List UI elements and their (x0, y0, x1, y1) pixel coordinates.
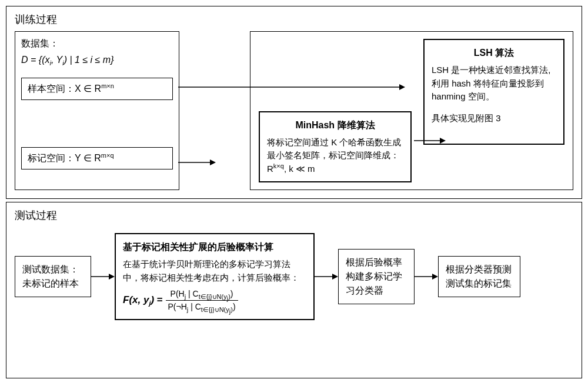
arrow-test1 (91, 272, 115, 281)
test-dataset-box: 测试数据集： 未标记的样本 (15, 256, 91, 297)
label-space-box: 标记空间：Y ∈ Rm×q (21, 147, 173, 169)
lsh-body1: LSH 是一种快速近邻查找算法,利用 hash 将特征向量投影到 hanming… (432, 64, 556, 104)
arrow-test3 (415, 272, 438, 281)
arrow-sample-to-lsh (178, 83, 405, 91)
posterior-box: 基于标记相关性扩展的后验概率计算 在基于统计学贝叶斯理论的多标记学习算法中，将标… (115, 233, 315, 320)
dataset-formula: D = {(xi, Yi) | 1 ≤ i ≤ m} (21, 53, 173, 67)
dataset-box: 数据集： D = {(xi, Yi) | 1 ≤ i ≤ m} 样本空间：X ∈… (15, 31, 179, 190)
training-right-panel: LSH 算法 LSH 是一种快速近邻查找算法,利用 hash 将特征向量投影到 … (250, 31, 573, 190)
svg-marker-1 (399, 84, 405, 90)
lsh-body2: 具体实现见附图 3 (432, 112, 556, 125)
minhash-body1: 将标记空间通过 K 个哈希函数生成最小签名矩阵，标记空间降维成：Rk×q, k … (267, 136, 403, 176)
lsh-title: LSH 算法 (432, 46, 556, 60)
arrow-minhash-to-lsh (414, 137, 446, 145)
posterior-body: 在基于统计学贝叶斯理论的多标记学习算法中，将标记相关性考虑在内，计算后验概率： (123, 258, 306, 284)
testing-section: 测试过程 测试数据集： 未标记的样本 基于标记相关性扩展的后验概率计算 在基于统… (6, 202, 582, 378)
test-dataset-line2: 未标记的样本 (22, 277, 83, 291)
svg-marker-3 (210, 159, 216, 165)
svg-marker-7 (109, 274, 115, 280)
arrow-label-to-minhash (178, 158, 216, 167)
svg-marker-11 (432, 274, 438, 280)
minhash-title: MinHash 降维算法 (267, 118, 403, 132)
svg-marker-5 (440, 138, 446, 144)
minhash-box: MinHash 降维算法 将标记空间通过 K 个哈希函数生成最小签名矩阵，标记空… (259, 111, 412, 183)
sample-space-box: 样本空间：X ∈ Rm×n (21, 78, 173, 100)
training-section: 训练过程 数据集： D = {(xi, Yi) | 1 ≤ i ≤ m} 样本空… (6, 6, 582, 199)
predict-box: 根据分类器预测测试集的标记集 (438, 256, 520, 297)
svg-marker-9 (332, 274, 338, 280)
posterior-title: 基于标记相关性扩展的后验概率计算 (123, 240, 306, 254)
testing-title: 测试过程 (15, 208, 573, 222)
classifier-box: 根据后验概率构建多标记学习分类器 (338, 249, 415, 304)
dataset-label: 数据集： (21, 36, 173, 51)
test-dataset-line1: 测试数据集： (22, 262, 83, 277)
arrow-test2 (315, 272, 338, 281)
lsh-box: LSH 算法 LSH 是一种快速近邻查找算法,利用 hash 将特征向量投影到 … (423, 39, 564, 145)
posterior-formula: F(x, yj) = P(Hj | Ct∈{j}∪N(yj)) P(¬Hj | … (123, 288, 306, 313)
train-left-column: 数据集： D = {(xi, Yi) | 1 ≤ i ≤ m} 样本空间：X ∈… (15, 31, 179, 190)
training-title: 训练过程 (15, 12, 573, 26)
